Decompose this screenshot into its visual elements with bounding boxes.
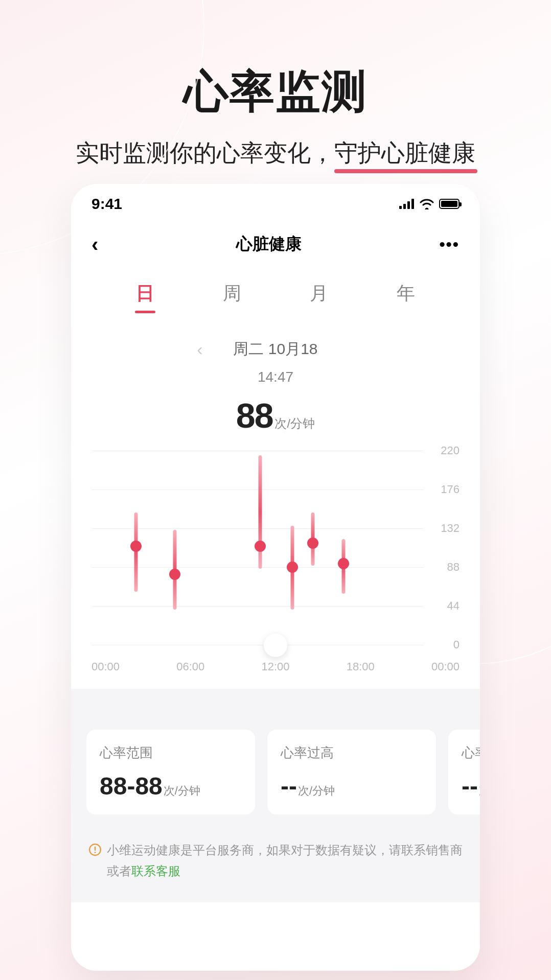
- x-tick: 00:00: [431, 660, 460, 673]
- chart-scrubber-handle[interactable]: [264, 634, 287, 657]
- page-title: 心脏健康: [236, 233, 302, 255]
- x-tick: 00:00: [91, 660, 120, 673]
- y-tick: 132: [441, 522, 460, 535]
- svg-rect-0: [399, 206, 402, 209]
- range-bar: [259, 455, 262, 569]
- status-time: 9:41: [91, 195, 122, 213]
- warning-icon: [88, 842, 102, 863]
- card-range[interactable]: 心率范围 88-88次/分钟: [86, 730, 255, 814]
- current-value: 88次/分钟: [71, 395, 480, 435]
- tab-month[interactable]: 月: [310, 281, 328, 313]
- y-tick: 44: [447, 599, 460, 613]
- grid-line: [91, 645, 424, 645]
- x-tick: 12:00: [261, 660, 289, 673]
- back-button[interactable]: ‹: [91, 234, 98, 254]
- data-point: [287, 562, 298, 573]
- card-label: 心率过低: [462, 744, 480, 762]
- period-tabs: 日 周 月 年: [71, 266, 480, 318]
- status-icons: [399, 198, 460, 209]
- card-value: --: [281, 773, 297, 800]
- card-value: --: [462, 773, 478, 800]
- card-high[interactable]: 心率过高 --次/分钟: [267, 730, 436, 814]
- wifi-icon: [420, 198, 434, 209]
- summary-cards[interactable]: 心率范围 88-88次/分钟 心率过高 --次/分钟 心率过低 --次/分钟: [71, 689, 480, 830]
- contact-support-link[interactable]: 联系客服: [131, 864, 180, 878]
- phone-mockup: 9:41 ‹ 心脏健康 ••• 日 周 月 年 ‹ 周二 10月18 › 14:…: [71, 184, 480, 971]
- status-bar: 9:41: [71, 184, 480, 218]
- card-low[interactable]: 心率过低 --次/分钟: [448, 730, 480, 814]
- grid-line: [91, 567, 424, 568]
- disclaimer-text: 小维运动健康是平台服务商，如果对于数据有疑议，请联系销售商或者联系客服: [107, 840, 463, 882]
- card-unit: 次/分钟: [164, 784, 200, 797]
- data-point: [307, 538, 318, 549]
- x-tick: 18:00: [347, 660, 375, 673]
- cellular-icon: [399, 199, 415, 209]
- battery-icon: [439, 199, 460, 209]
- svg-point-6: [95, 852, 96, 853]
- grid-line: [91, 489, 424, 490]
- card-unit: 次/分钟: [479, 784, 480, 797]
- range-bar: [134, 512, 137, 592]
- svg-rect-1: [403, 204, 406, 209]
- disclaimer-notice: 小维运动健康是平台服务商，如果对于数据有疑议，请联系销售商或者联系客服: [71, 830, 480, 902]
- tab-day[interactable]: 日: [136, 281, 154, 313]
- card-value: 88-88: [100, 773, 163, 800]
- date-label: 周二 10月18: [233, 339, 317, 360]
- grid-line: [91, 528, 424, 529]
- card-unit: 次/分钟: [298, 784, 335, 797]
- nav-bar: ‹ 心脏健康 •••: [71, 218, 480, 266]
- y-tick: 0: [453, 638, 460, 651]
- time-label: 14:47: [71, 369, 480, 385]
- data-point: [338, 558, 349, 569]
- current-value-unit: 次/分钟: [274, 416, 315, 430]
- hero-subtitle-highlight: 守护心脏健康: [334, 137, 475, 169]
- data-point: [169, 569, 180, 580]
- tab-week[interactable]: 周: [223, 281, 241, 313]
- y-tick: 176: [441, 483, 460, 496]
- card-label: 心率过高: [281, 744, 423, 762]
- current-value-number: 88: [236, 396, 273, 435]
- grid-line: [91, 606, 424, 606]
- data-point: [255, 541, 266, 552]
- y-tick: 88: [447, 561, 460, 574]
- svg-rect-2: [407, 201, 410, 209]
- y-tick: 220: [441, 444, 460, 457]
- prev-date-button[interactable]: ‹: [197, 339, 202, 359]
- grid-line: [91, 451, 424, 451]
- more-button[interactable]: •••: [439, 235, 460, 254]
- data-point: [130, 541, 142, 552]
- tab-year[interactable]: 年: [397, 281, 415, 313]
- x-tick: 06:00: [176, 660, 204, 673]
- svg-rect-3: [411, 199, 414, 209]
- heart-rate-chart[interactable]: 04488132176220: [91, 451, 460, 645]
- card-label: 心率范围: [100, 744, 242, 762]
- date-navigator: ‹ 周二 10月18 ›: [71, 339, 480, 360]
